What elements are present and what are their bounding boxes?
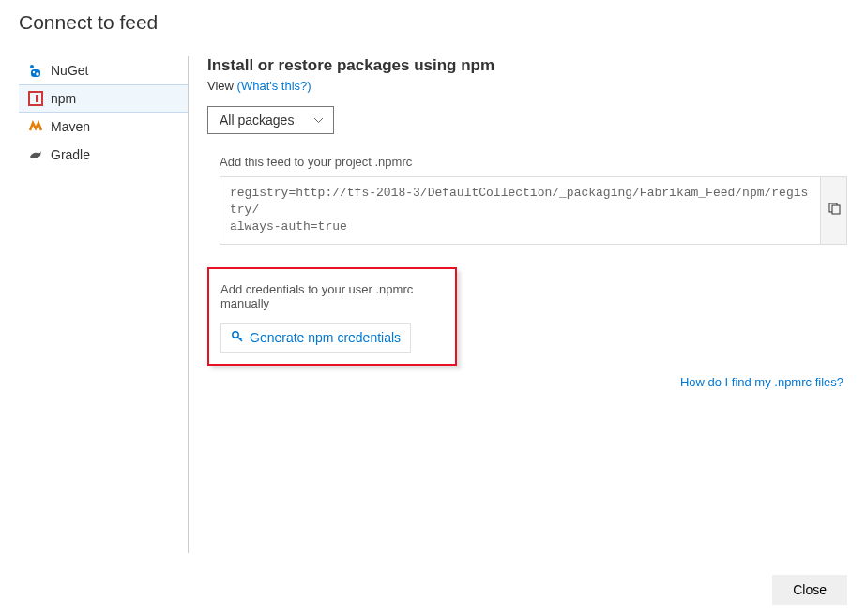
generate-credentials-label: Generate npm credentials <box>250 330 401 345</box>
credentials-highlight-box: Add credentials to your user .npmrc manu… <box>207 267 457 366</box>
npm-icon <box>28 91 43 106</box>
dialog-title: Connect to feed <box>0 0 866 56</box>
step1-instruction: Add this feed to your project .npmrc <box>220 155 847 169</box>
svg-point-2 <box>33 71 35 73</box>
generate-credentials-button[interactable]: Generate npm credentials <box>220 323 411 353</box>
svg-line-10 <box>240 338 242 339</box>
sidebar-item-gradle[interactable]: Gradle <box>19 141 188 169</box>
view-row: View (What's this?) <box>207 79 847 93</box>
sidebar: NuGet npm Maven Gradle <box>19 56 188 553</box>
content-panel: Install or restore packages using npm Vi… <box>188 56 847 553</box>
sidebar-item-label: NuGet <box>51 63 88 78</box>
svg-rect-7 <box>832 205 840 214</box>
dropdown-value: All packages <box>220 113 294 128</box>
footer: Close <box>772 575 847 605</box>
sidebar-item-label: Maven <box>51 119 90 134</box>
copy-icon <box>828 202 841 218</box>
npmrc-code-block: registry=http://tfs-2018-3/DefaultCollec… <box>220 176 821 245</box>
find-npmrc-link[interactable]: How do I find my .npmrc files? <box>207 375 847 389</box>
maven-icon <box>28 119 43 134</box>
svg-point-3 <box>36 72 39 76</box>
nuget-icon <box>28 63 43 78</box>
content-heading: Install or restore packages using npm <box>207 56 847 75</box>
close-button[interactable]: Close <box>772 575 847 605</box>
svg-point-0 <box>30 65 34 68</box>
gradle-icon <box>28 147 43 162</box>
code-block-container: registry=http://tfs-2018-3/DefaultCollec… <box>220 176 847 245</box>
sidebar-item-nuget[interactable]: NuGet <box>19 56 188 84</box>
sidebar-item-label: npm <box>51 91 76 106</box>
step2-instruction: Add credentials to your user .npmrc manu… <box>220 282 444 310</box>
svg-rect-5 <box>36 95 38 102</box>
copy-button[interactable] <box>821 176 847 245</box>
packages-dropdown[interactable]: All packages <box>207 106 334 134</box>
sidebar-item-npm[interactable]: npm <box>19 84 188 113</box>
key-icon <box>231 330 244 346</box>
whats-this-link[interactable]: (What's this?) <box>237 79 311 93</box>
chevron-down-icon <box>313 115 324 126</box>
view-label: View <box>207 79 234 93</box>
svg-rect-1 <box>31 69 40 77</box>
main-container: NuGet npm Maven Gradle Install or restor… <box>0 56 866 553</box>
sidebar-item-maven[interactable]: Maven <box>19 113 188 141</box>
sidebar-item-label: Gradle <box>51 147 90 162</box>
